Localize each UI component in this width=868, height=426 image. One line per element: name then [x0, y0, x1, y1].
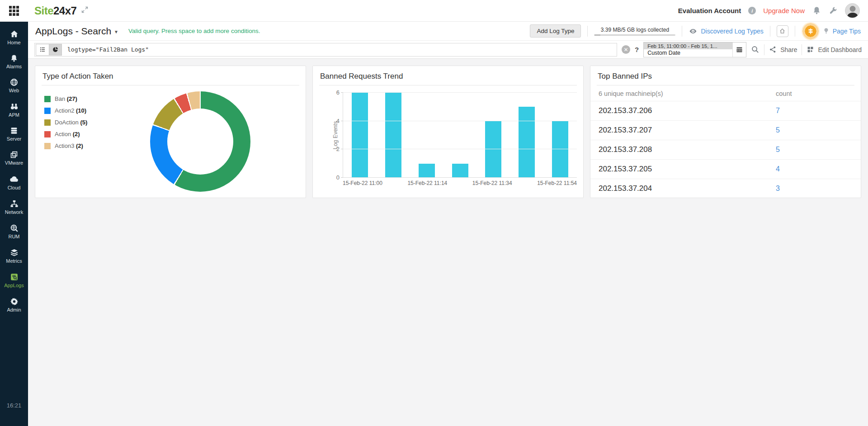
tools-wrench-icon[interactable]: [829, 6, 838, 15]
y-tickmark: [341, 121, 343, 121]
sidebar-item-home[interactable]: Home: [0, 25, 28, 50]
sidebar-item-server[interactable]: Server: [0, 122, 28, 146]
donut-wrap: [131, 85, 306, 197]
bars-row: [343, 93, 577, 178]
date-range-value: Feb 15, 11:00:00 - Feb 15, 1...: [644, 43, 732, 49]
x-tick-label: [512, 180, 538, 186]
legend-swatch: [44, 143, 51, 149]
table-row: 202.153.37.2043: [590, 179, 861, 198]
legend-item-doaction[interactable]: DoAction (5): [44, 119, 131, 126]
count-link[interactable]: 5: [776, 146, 780, 154]
bar-cell: [377, 93, 410, 178]
bar-6[interactable]: [519, 107, 535, 178]
query-text[interactable]: logtype="Fail2Ban Logs": [67, 46, 149, 53]
sidebar: HomeAlarmsWebAPMServerVMwareCloudNetwork…: [0, 22, 28, 426]
fullscreen-icon[interactable]: [81, 6, 89, 15]
upgrade-now-link[interactable]: Upgrade Now: [763, 7, 805, 14]
sidebar-item-network[interactable]: Network: [0, 195, 28, 219]
sidebar-item-admin[interactable]: Admin: [0, 293, 28, 317]
app-grid-icon[interactable]: [0, 6, 28, 16]
query-help-icon[interactable]: ?: [635, 46, 639, 53]
header-actions: Add Log Type 3.39 MB/5 GB logs collected…: [530, 22, 861, 40]
gear-icon: [9, 297, 19, 306]
sidebar-item-metrics[interactable]: Metrics: [0, 244, 28, 268]
list-view-icon[interactable]: [36, 44, 49, 55]
table-row: 202.153.37.2075: [590, 120, 861, 140]
ip-value: 202.153.37.205: [599, 165, 776, 174]
search-query-input[interactable]: logtype="Fail2Ban Logs": [34, 43, 617, 57]
sidebar-item-label: Network: [5, 210, 23, 215]
count-link[interactable]: 4: [776, 165, 780, 173]
legend-item-action2[interactable]: Action2 (10): [44, 107, 131, 114]
date-range-picker[interactable]: Feb 15, 11:00:00 - Feb 15, 1... Custom D…: [643, 42, 746, 57]
bar-4[interactable]: [452, 164, 468, 178]
user-avatar[interactable]: [845, 3, 860, 18]
sidebar-item-label: Admin: [7, 308, 21, 312]
eye-icon: [689, 27, 698, 36]
count-link[interactable]: 7: [776, 107, 780, 115]
sidebar-item-vmware[interactable]: VMware: [0, 146, 28, 170]
donut-legend: Ban (27)Action2 (10)DoAction (5)Action (…: [35, 85, 131, 197]
account-label: Evaluation Account: [678, 7, 741, 14]
legend-item-action3[interactable]: Action3 (2): [44, 142, 131, 149]
table-row: 202.153.37.2067: [590, 101, 861, 120]
ip-table-header: 6 unique machineip(s) count: [590, 85, 861, 101]
count-link[interactable]: 3: [776, 185, 780, 193]
query-toolbar: logtype="Fail2Ban Logs" ✕ ? Feb 15, 11:0…: [28, 41, 868, 59]
sidebar-item-apm[interactable]: APM: [0, 98, 28, 122]
log-usage-fill: [594, 35, 600, 35]
gridline-4: [343, 121, 577, 121]
dashboard-content: Type of Action Taken Ban (27)Action2 (10…: [28, 59, 868, 426]
default-dashboard-home-icon[interactable]: [777, 25, 788, 37]
top-banned-ips-panel: Top Banned IPs 6 unique machineip(s) cou…: [590, 66, 861, 198]
donut-hole: [167, 109, 233, 175]
divider: [764, 44, 764, 55]
search-icon[interactable]: [751, 45, 760, 54]
signpost-icon[interactable]: [802, 22, 820, 40]
bar-cell: [476, 93, 510, 178]
table-row: 202.153.37.2054: [590, 159, 861, 179]
chart-view-icon[interactable]: [49, 44, 61, 55]
legend-label: Ban (27): [55, 95, 77, 102]
bar-plot: Log Events 0246: [343, 93, 577, 178]
sidebar-item-label: VMware: [5, 161, 23, 166]
gridline-0: [343, 177, 577, 178]
sidebar-item-alarms[interactable]: Alarms: [0, 50, 28, 74]
legend-swatch: [44, 119, 51, 126]
share-button[interactable]: Share: [769, 46, 797, 53]
divider: [682, 26, 682, 37]
date-mode-label: Custom Date: [644, 49, 732, 57]
ip-value: 202.153.37.207: [599, 126, 776, 135]
xlabels-row: 15-Feb-22 11:0015-Feb-22 11:1415-Feb-22 …: [343, 180, 577, 186]
count-link[interactable]: 5: [776, 126, 780, 134]
add-log-type-button[interactable]: Add Log Type: [530, 24, 581, 38]
legend-item-action[interactable]: Action (2): [44, 131, 131, 137]
panel-title: Top Banned IPs: [590, 66, 861, 85]
ip-column-header: 6 unique machineip(s): [599, 90, 776, 97]
bar-3[interactable]: [419, 164, 435, 178]
app-window: Site24x7 Evaluation Account i Upgrade No…: [0, 0, 868, 426]
sidebar-item-rum[interactable]: RUM: [0, 219, 28, 244]
bar-cell: [410, 93, 443, 178]
sidebar-item-web[interactable]: Web: [0, 74, 28, 98]
legend-label: DoAction (5): [55, 119, 87, 126]
info-icon[interactable]: i: [748, 7, 756, 14]
notifications-bell-icon[interactable]: [812, 6, 821, 15]
sidebar-item-cloud[interactable]: Cloud: [0, 170, 28, 195]
chevron-down-icon[interactable]: ▼: [114, 29, 118, 34]
discovered-log-types-link[interactable]: Discovered Log Types: [689, 27, 763, 36]
cloud-icon: [9, 174, 19, 184]
page-tips-control[interactable]: Page Tips: [802, 22, 861, 40]
divider: [802, 44, 802, 55]
y-tick-label: 4: [327, 118, 340, 124]
bar-2[interactable]: [385, 93, 401, 178]
sidebar-item-label: Alarms: [6, 64, 22, 69]
logo-dark-text: 24x7: [53, 5, 76, 17]
donut-chart[interactable]: [150, 91, 250, 192]
query-view-toggle: [36, 44, 62, 56]
clear-query-icon[interactable]: ✕: [622, 45, 630, 54]
legend-item-ban[interactable]: Ban (27): [44, 95, 131, 102]
edit-dashboard-button[interactable]: Edit Dashboard: [807, 46, 862, 53]
bar-1[interactable]: [352, 93, 368, 178]
sidebar-item-applogs[interactable]: AppLogs: [0, 268, 28, 293]
